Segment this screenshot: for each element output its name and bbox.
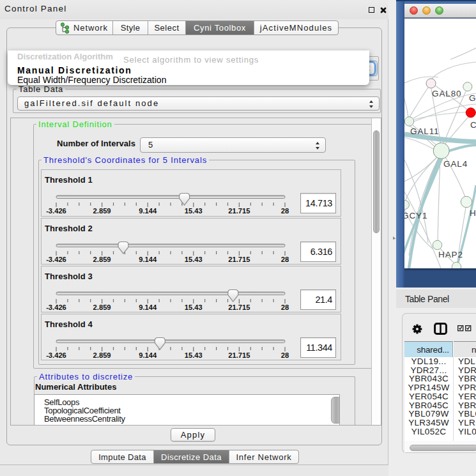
svg-text:2.859: 2.859: [93, 256, 111, 263]
svg-text:9.144: 9.144: [139, 256, 157, 263]
svg-text:H: H: [470, 208, 476, 218]
svg-text:-3.426: -3.426: [46, 207, 66, 215]
svg-text:21.715: 21.715: [228, 256, 250, 263]
svg-text:GAL11: GAL11: [410, 127, 440, 136]
svg-text:2.859: 2.859: [93, 351, 111, 359]
svg-text:GCY1: GCY1: [404, 211, 427, 220]
svg-text:28: 28: [281, 207, 289, 215]
svg-text:15.43: 15.43: [185, 256, 203, 263]
svg-text:21.715: 21.715: [228, 351, 250, 359]
svg-text:28: 28: [281, 303, 289, 311]
svg-text:-3.426: -3.426: [46, 303, 66, 311]
svg-text:15.43: 15.43: [185, 351, 203, 359]
svg-text:28: 28: [281, 351, 289, 359]
svg-text:GA: GA: [469, 93, 476, 103]
svg-text:9.144: 9.144: [139, 207, 157, 215]
svg-text:2.859: 2.859: [93, 207, 111, 215]
svg-text:9.144: 9.144: [139, 351, 157, 359]
svg-text:GAL80: GAL80: [432, 89, 462, 98]
svg-text:-3.426: -3.426: [46, 256, 66, 263]
svg-text:GAL4: GAL4: [443, 159, 468, 169]
svg-text:15.43: 15.43: [185, 207, 203, 215]
svg-text:21.715: 21.715: [228, 303, 250, 311]
svg-text:HAP2: HAP2: [438, 250, 463, 259]
svg-text:28: 28: [281, 256, 289, 263]
svg-text:C: C: [470, 120, 476, 130]
svg-text:15.43: 15.43: [185, 303, 203, 311]
svg-text:2.859: 2.859: [93, 303, 111, 311]
svg-text:-3.426: -3.426: [46, 351, 66, 359]
svg-text:9.144: 9.144: [139, 303, 157, 311]
svg-text:21.715: 21.715: [228, 207, 250, 215]
